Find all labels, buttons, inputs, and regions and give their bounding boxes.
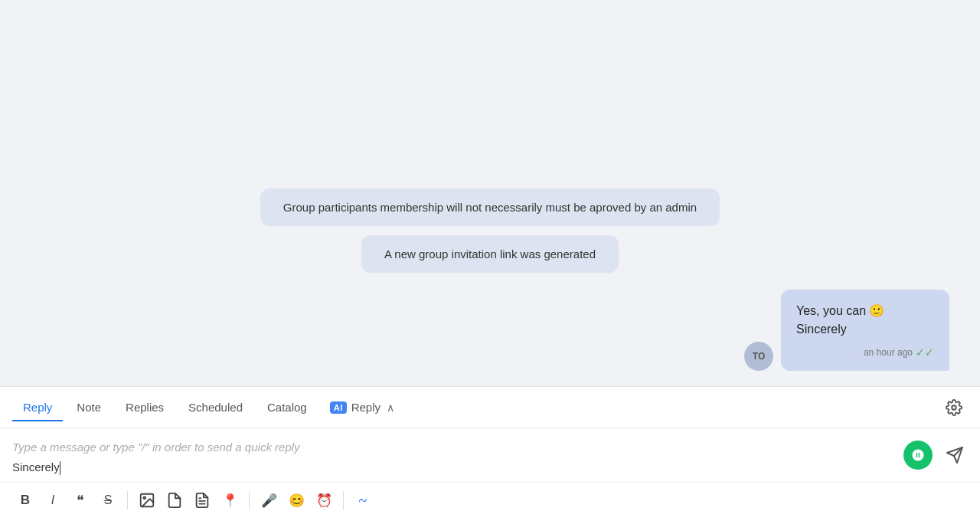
signature-button[interactable]: ~	[350, 487, 376, 513]
chevron-up-icon: ∧	[387, 401, 394, 414]
outgoing-message-row: TO Yes, you can 🙂 Sincerely an hour ago …	[31, 290, 949, 371]
message-input-area[interactable]: Type a message or type "/" in order to s…	[0, 428, 980, 482]
message-bubble: Yes, you can 🙂 Sincerely an hour ago ✓✓	[781, 290, 949, 371]
ai-badge: AI	[330, 401, 347, 414]
tab-catalog[interactable]: Catalog	[256, 395, 318, 421]
quote-button[interactable]: ❝	[67, 487, 93, 513]
settings-button[interactable]	[940, 394, 968, 421]
grammarly-button[interactable]	[903, 441, 933, 470]
system-message-2: A new group invitation link was generate…	[361, 235, 619, 273]
audio-button[interactable]: 🎤	[256, 487, 282, 513]
svg-point-4	[143, 496, 145, 499]
tab-ai-reply[interactable]: AI Reply ∧	[321, 396, 403, 418]
read-receipt-icon: ✓✓	[916, 346, 934, 359]
avatar: TO	[744, 342, 773, 371]
compose-panel: Reply Note Replies Scheduled Catalog AI …	[0, 386, 980, 521]
message-input[interactable]: Sincerely	[12, 437, 968, 476]
tab-reply[interactable]: Reply	[12, 395, 63, 421]
tab-replies[interactable]: Replies	[115, 395, 175, 421]
emoji-button[interactable]: 😊	[283, 487, 309, 513]
schedule-button[interactable]: ⏰	[311, 487, 337, 513]
strikethrough-button[interactable]: S	[95, 487, 121, 513]
location-button[interactable]: 📍	[217, 487, 243, 513]
separator-3	[343, 491, 344, 510]
italic-button[interactable]: I	[40, 487, 66, 513]
svg-point-0	[952, 405, 956, 410]
text-cursor	[60, 461, 61, 475]
separator-1	[127, 491, 128, 510]
file-button[interactable]	[162, 487, 188, 513]
pdf-button[interactable]	[189, 487, 215, 513]
image-button[interactable]	[134, 487, 160, 513]
tab-note[interactable]: Note	[66, 395, 112, 421]
message-text: Yes, you can 🙂 Sincerely	[796, 302, 934, 339]
input-action-buttons	[903, 441, 968, 470]
system-message-1: Group participants membership will not n…	[260, 188, 720, 226]
message-meta: an hour ago ✓✓	[796, 346, 934, 359]
send-button[interactable]	[942, 442, 968, 468]
chat-area: Group participants membership will not n…	[0, 0, 980, 386]
tab-scheduled[interactable]: Scheduled	[178, 395, 253, 421]
separator-2	[249, 491, 250, 510]
compose-tabs: Reply Note Replies Scheduled Catalog AI …	[0, 387, 980, 428]
bold-button[interactable]: B	[12, 487, 38, 513]
formatting-toolbar: B I ❝ S 📍 🎤 😊 ⏰ ~	[0, 482, 980, 521]
